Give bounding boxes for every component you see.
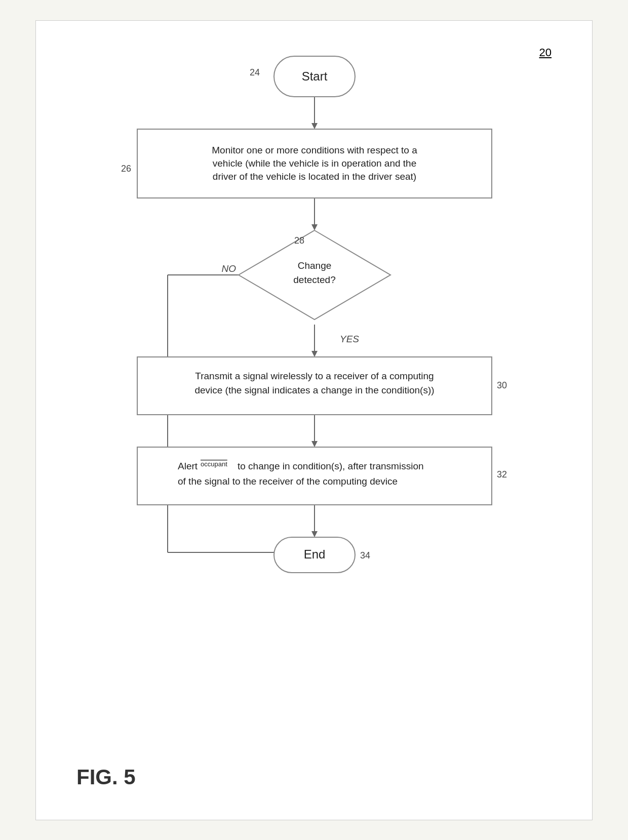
figure-label: FIG. 5 [76, 765, 136, 789]
svg-text:occupant: occupant [201, 460, 227, 468]
svg-text:30: 30 [497, 380, 507, 390]
svg-text:26: 26 [121, 164, 131, 174]
svg-text:Monitor one or more conditions: Monitor one or more conditions with resp… [212, 145, 417, 155]
figure-number: 20 [539, 46, 552, 59]
svg-text:End: End [304, 547, 326, 561]
svg-text:to change in condition(s), aft: to change in condition(s), after transmi… [238, 461, 424, 471]
svg-text:Alert: Alert [178, 461, 198, 471]
svg-text:24: 24 [250, 67, 260, 77]
svg-text:detected?: detected? [293, 274, 335, 285]
flowchart-diagram: Start 24 Monitor one or more conditions … [107, 41, 522, 790]
svg-text:YES: YES [340, 334, 359, 344]
svg-text:32: 32 [497, 469, 507, 479]
svg-text:34: 34 [360, 550, 370, 561]
svg-marker-7 [311, 441, 318, 447]
svg-text:Change: Change [298, 260, 332, 271]
svg-text:Transmit a signal wirelessly t: Transmit a signal wirelessly to a receiv… [195, 371, 434, 381]
svg-text:of the signal to the receiver : of the signal to the receiver of the com… [178, 476, 398, 487]
svg-text:device (the signal indicates a: device (the signal indicates a change in… [194, 385, 434, 395]
svg-text:Start: Start [302, 69, 328, 83]
svg-marker-1 [311, 123, 318, 129]
svg-text:NO: NO [222, 263, 237, 274]
page: 20 Start 24 Monitor one or [35, 20, 593, 820]
svg-marker-9 [311, 531, 318, 537]
svg-text:driver of the vehicle is locat: driver of the vehicle is located in the … [213, 171, 416, 182]
svg-marker-5 [311, 351, 318, 357]
svg-text:28: 28 [294, 235, 304, 246]
svg-text:vehicle (while the vehicle is : vehicle (while the vehicle is in operati… [213, 158, 416, 169]
svg-marker-3 [311, 224, 318, 230]
